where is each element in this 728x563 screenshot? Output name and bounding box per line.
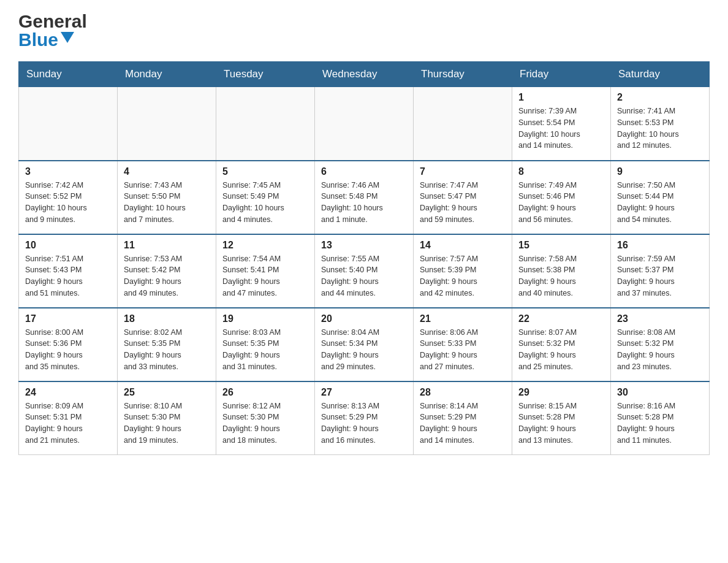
day-number: 10 [25,240,111,251]
day-info: Sunrise: 8:08 AMSunset: 5:32 PMDaylight:… [617,327,703,373]
day-number: 24 [25,387,111,398]
day-info: Sunrise: 8:12 AMSunset: 5:30 PMDaylight:… [222,400,308,446]
calendar-cell: 9Sunrise: 7:50 AMSunset: 5:44 PMDaylight… [611,161,710,234]
col-header-monday: Monday [118,62,216,87]
day-number: 18 [124,313,210,324]
day-number: 20 [321,313,407,324]
day-number: 14 [420,240,506,251]
calendar-cell: 1Sunrise: 7:39 AMSunset: 5:54 PMDaylight… [512,87,611,161]
calendar-cell: 8Sunrise: 7:49 AMSunset: 5:46 PMDaylight… [512,161,611,234]
logo-general: General [18,12,87,31]
day-number: 15 [518,240,604,251]
day-info: Sunrise: 8:16 AMSunset: 5:28 PMDaylight:… [617,400,703,446]
day-info: Sunrise: 7:47 AMSunset: 5:47 PMDaylight:… [420,180,506,226]
week-row-4: 17Sunrise: 8:00 AMSunset: 5:36 PMDayligh… [19,308,710,381]
day-number: 22 [518,313,604,324]
col-header-sunday: Sunday [19,62,118,87]
calendar-cell: 10Sunrise: 7:51 AMSunset: 5:43 PMDayligh… [19,234,118,308]
day-info: Sunrise: 7:57 AMSunset: 5:39 PMDaylight:… [420,253,506,299]
day-info: Sunrise: 7:54 AMSunset: 5:41 PMDaylight:… [222,253,308,299]
calendar-cell: 13Sunrise: 7:55 AMSunset: 5:40 PMDayligh… [315,234,414,308]
day-info: Sunrise: 8:09 AMSunset: 5:31 PMDaylight:… [25,400,111,446]
day-number: 23 [617,313,703,324]
day-number: 25 [124,387,210,398]
calendar-cell: 6Sunrise: 7:46 AMSunset: 5:48 PMDaylight… [315,161,414,234]
col-header-friday: Friday [512,62,611,87]
day-info: Sunrise: 8:15 AMSunset: 5:28 PMDaylight:… [518,400,604,446]
day-info: Sunrise: 8:04 AMSunset: 5:34 PMDaylight:… [321,327,407,373]
day-number: 13 [321,240,407,251]
day-info: Sunrise: 7:55 AMSunset: 5:40 PMDaylight:… [321,253,407,299]
col-header-saturday: Saturday [611,62,710,87]
calendar-cell: 14Sunrise: 7:57 AMSunset: 5:39 PMDayligh… [414,234,512,308]
day-number: 29 [518,387,604,398]
calendar-cell: 19Sunrise: 8:03 AMSunset: 5:35 PMDayligh… [216,308,315,381]
calendar-cell: 3Sunrise: 7:42 AMSunset: 5:52 PMDaylight… [19,161,118,234]
week-row-3: 10Sunrise: 7:51 AMSunset: 5:43 PMDayligh… [19,234,710,308]
day-info: Sunrise: 7:41 AMSunset: 5:53 PMDaylight:… [617,105,703,151]
col-header-thursday: Thursday [414,62,512,87]
day-info: Sunrise: 7:53 AMSunset: 5:42 PMDaylight:… [124,253,210,299]
calendar-cell: 11Sunrise: 7:53 AMSunset: 5:42 PMDayligh… [118,234,216,308]
calendar-table: SundayMondayTuesdayWednesdayThursdayFrid… [18,61,710,455]
day-info: Sunrise: 7:49 AMSunset: 5:46 PMDaylight:… [518,180,604,226]
page-header: General Blue [18,12,710,49]
week-row-5: 24Sunrise: 8:09 AMSunset: 5:31 PMDayligh… [19,381,710,455]
calendar-cell: 27Sunrise: 8:13 AMSunset: 5:29 PMDayligh… [315,381,414,455]
day-number: 2 [617,92,703,103]
day-info: Sunrise: 7:45 AMSunset: 5:49 PMDaylight:… [222,180,308,226]
day-info: Sunrise: 8:06 AMSunset: 5:33 PMDaylight:… [420,327,506,373]
calendar-cell [19,87,118,161]
day-info: Sunrise: 8:07 AMSunset: 5:32 PMDaylight:… [518,327,604,373]
calendar-cell: 25Sunrise: 8:10 AMSunset: 5:30 PMDayligh… [118,381,216,455]
calendar-cell: 23Sunrise: 8:08 AMSunset: 5:32 PMDayligh… [611,308,710,381]
day-number: 28 [420,387,506,398]
day-info: Sunrise: 7:58 AMSunset: 5:38 PMDaylight:… [518,253,604,299]
calendar-cell [216,87,315,161]
day-number: 3 [25,166,111,177]
calendar-cell: 21Sunrise: 8:06 AMSunset: 5:33 PMDayligh… [414,308,512,381]
svg-marker-0 [61,32,74,43]
day-number: 16 [617,240,703,251]
calendar-cell [118,87,216,161]
calendar-cell: 4Sunrise: 7:43 AMSunset: 5:50 PMDaylight… [118,161,216,234]
calendar-cell: 2Sunrise: 7:41 AMSunset: 5:53 PMDaylight… [611,87,710,161]
day-number: 5 [222,166,308,177]
day-info: Sunrise: 8:14 AMSunset: 5:29 PMDaylight:… [420,400,506,446]
day-number: 26 [222,387,308,398]
day-number: 1 [518,92,604,103]
day-info: Sunrise: 7:43 AMSunset: 5:50 PMDaylight:… [124,180,210,226]
day-info: Sunrise: 8:13 AMSunset: 5:29 PMDaylight:… [321,400,407,446]
day-number: 21 [420,313,506,324]
calendar-cell: 5Sunrise: 7:45 AMSunset: 5:49 PMDaylight… [216,161,315,234]
day-info: Sunrise: 8:03 AMSunset: 5:35 PMDaylight:… [222,327,308,373]
day-info: Sunrise: 7:59 AMSunset: 5:37 PMDaylight:… [617,253,703,299]
day-number: 8 [518,166,604,177]
day-number: 4 [124,166,210,177]
day-info: Sunrise: 7:51 AMSunset: 5:43 PMDaylight:… [25,253,111,299]
day-info: Sunrise: 7:50 AMSunset: 5:44 PMDaylight:… [617,180,703,226]
day-info: Sunrise: 8:00 AMSunset: 5:36 PMDaylight:… [25,327,111,373]
calendar-cell: 7Sunrise: 7:47 AMSunset: 5:47 PMDaylight… [414,161,512,234]
logo-blue: Blue [18,31,58,49]
calendar-cell: 15Sunrise: 7:58 AMSunset: 5:38 PMDayligh… [512,234,611,308]
day-info: Sunrise: 7:46 AMSunset: 5:48 PMDaylight:… [321,180,407,226]
calendar-cell: 18Sunrise: 8:02 AMSunset: 5:35 PMDayligh… [118,308,216,381]
day-number: 27 [321,387,407,398]
calendar-cell: 28Sunrise: 8:14 AMSunset: 5:29 PMDayligh… [414,381,512,455]
calendar-cell [414,87,512,161]
col-header-tuesday: Tuesday [216,62,315,87]
day-number: 19 [222,313,308,324]
day-number: 9 [617,166,703,177]
calendar-cell: 16Sunrise: 7:59 AMSunset: 5:37 PMDayligh… [611,234,710,308]
calendar-cell: 17Sunrise: 8:00 AMSunset: 5:36 PMDayligh… [19,308,118,381]
logo: General Blue [18,12,87,49]
day-info: Sunrise: 8:10 AMSunset: 5:30 PMDaylight:… [124,400,210,446]
calendar-cell: 12Sunrise: 7:54 AMSunset: 5:41 PMDayligh… [216,234,315,308]
calendar-cell: 29Sunrise: 8:15 AMSunset: 5:28 PMDayligh… [512,381,611,455]
week-row-1: 1Sunrise: 7:39 AMSunset: 5:54 PMDaylight… [19,87,710,161]
week-row-2: 3Sunrise: 7:42 AMSunset: 5:52 PMDaylight… [19,161,710,234]
calendar-cell: 20Sunrise: 8:04 AMSunset: 5:34 PMDayligh… [315,308,414,381]
logo-triangle-icon [61,32,74,45]
calendar-cell: 26Sunrise: 8:12 AMSunset: 5:30 PMDayligh… [216,381,315,455]
